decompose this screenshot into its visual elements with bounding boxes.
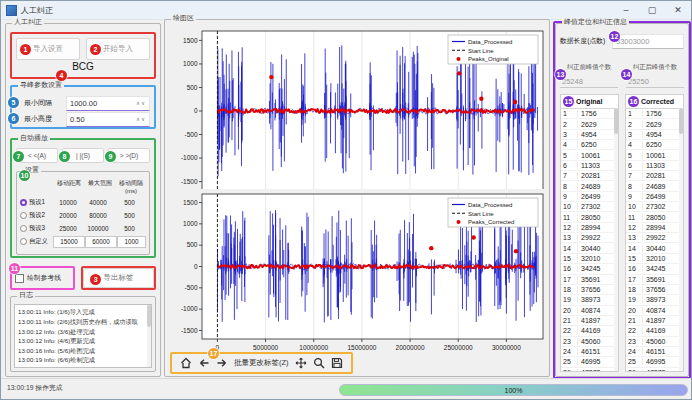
maximize-button[interactable]: ▢ <box>639 2 665 19</box>
table-row[interactable]: 824689 <box>626 181 683 191</box>
table-row[interactable]: 1430440 <box>561 243 618 253</box>
peak-params-group-label: 寻峰参数设置 <box>18 81 64 88</box>
corrected-table-scrollbar[interactable] <box>679 108 683 371</box>
table-row[interactable]: 22629 <box>561 119 618 129</box>
preset-radio[interactable] <box>20 225 27 232</box>
table-row[interactable]: 2040874 <box>626 306 683 316</box>
table-row[interactable]: 2647878 <box>626 368 683 371</box>
step-forward-button[interactable]: 9 > >(D) <box>108 148 150 163</box>
close-button[interactable]: ✕ <box>665 2 691 19</box>
table-row[interactable]: 926499 <box>561 192 618 202</box>
start-import-button[interactable]: 2 开始导入 <box>86 38 150 60</box>
corrected-peaks-table[interactable]: 16 Corrected 117562262934954462505100616… <box>625 94 684 372</box>
table-row[interactable]: 720281 <box>626 171 683 181</box>
table-row[interactable]: 2244169 <box>626 326 683 336</box>
table-row[interactable]: 926499 <box>626 192 683 202</box>
table-row[interactable]: 1228994 <box>626 223 683 233</box>
peak-value: 11303 <box>577 162 618 169</box>
minimize-button[interactable]: – <box>613 2 639 19</box>
chart-top[interactable]: -1500-1000-500050010001500Data_Processed… <box>168 26 548 189</box>
pan-cross-icon[interactable] <box>295 357 307 369</box>
chart-bottom[interactable]: -1500-1000-50005001000150005000000100000… <box>168 189 548 350</box>
back-arrow-icon[interactable] <box>198 357 210 369</box>
table-row[interactable]: 1128050 <box>561 212 618 222</box>
table-row[interactable]: 2244169 <box>561 326 618 336</box>
table-row[interactable]: 611303 <box>561 161 618 171</box>
table-row[interactable]: 1329922 <box>561 233 618 243</box>
preset-radio[interactable] <box>20 199 27 206</box>
table-row[interactable]: 2647878 <box>561 368 618 371</box>
batch-edit-labels-button[interactable]: 批量更改标签(Z) <box>234 358 289 368</box>
table-row[interactable]: 1938973 <box>561 295 618 305</box>
preset-value-input[interactable]: 60000 <box>85 236 117 248</box>
table-row[interactable]: 1128050 <box>626 212 683 222</box>
preset-row[interactable]: 预设325000100000500 <box>20 222 146 235</box>
table-row[interactable]: 1027302 <box>626 202 683 212</box>
table-row[interactable]: 2141897 <box>626 316 683 326</box>
original-peaks-table[interactable]: 15 Original 1175622629349544625051006161… <box>560 94 619 372</box>
preset-row[interactable]: 自定义15000600001000 <box>20 235 146 248</box>
home-icon[interactable] <box>180 357 192 369</box>
after-count-field[interactable]: 14 25250 <box>626 75 684 88</box>
table-row[interactable]: 2446151 <box>561 347 618 357</box>
table-row[interactable]: 34954 <box>561 130 618 140</box>
table-row[interactable]: 1634245 <box>626 264 683 274</box>
min-interval-input[interactable]: 1000.00 ∧∨ <box>66 96 150 111</box>
spinner-arrows-icon[interactable]: ∧∨ <box>136 100 146 106</box>
table-row[interactable]: 2141897 <box>561 316 618 326</box>
before-count-field[interactable]: 13 25248 <box>560 75 618 88</box>
table-row[interactable]: 1938973 <box>626 295 683 305</box>
import-settings-button[interactable]: 1 导入设置 <box>16 38 80 60</box>
table-row[interactable]: 2040874 <box>561 306 618 316</box>
magnifier-icon[interactable] <box>313 357 325 369</box>
preset-row[interactable]: 预设22000080000500 <box>20 209 146 222</box>
table-row[interactable]: 1430440 <box>626 243 683 253</box>
step-back-button[interactable]: 7 < <(A) <box>16 148 58 163</box>
before-count-label: 纠正前峰值个数 <box>560 63 618 72</box>
min-height-input[interactable]: 0.50 ∧∨ <box>66 112 150 127</box>
export-labels-button[interactable]: 3 导出标签 <box>83 268 154 288</box>
original-table-scrollbar[interactable] <box>614 108 618 371</box>
table-row[interactable]: 46250 <box>561 140 618 150</box>
table-row[interactable]: 34954 <box>626 130 683 140</box>
log-scrollbar[interactable] <box>147 305 151 367</box>
data-length-field[interactable]: 12 33003000 <box>612 34 684 49</box>
table-row[interactable]: 1228994 <box>561 223 618 233</box>
table-row[interactable]: 1735691 <box>626 275 683 285</box>
table-row[interactable]: 1329922 <box>626 233 683 243</box>
spinner-arrows-icon[interactable]: ∧∨ <box>136 116 146 122</box>
table-row[interactable]: 611303 <box>626 161 683 171</box>
table-row[interactable]: 46250 <box>626 140 683 150</box>
table-row[interactable]: 2546995 <box>561 357 618 367</box>
preset-radio[interactable] <box>20 238 27 245</box>
table-row[interactable]: 22629 <box>626 119 683 129</box>
col-move-interval: 移动间隔(ms) <box>116 179 146 194</box>
preset-row[interactable]: 预设11000040000500 <box>20 196 146 209</box>
table-row[interactable]: 2345060 <box>561 337 618 347</box>
log-output[interactable]: 13:00:11 Info: (1/6)导入完成13:00:11 Info: (… <box>14 304 152 368</box>
table-row[interactable]: 11756 <box>626 109 683 119</box>
preset-value-input[interactable]: 1000 <box>117 236 146 248</box>
table-row[interactable]: 510061 <box>626 150 683 160</box>
preset-radio[interactable] <box>20 212 27 219</box>
table-row[interactable]: 1837656 <box>561 285 618 295</box>
peak-value: 47878 <box>577 369 618 371</box>
pause-button[interactable]: 8 | |(S) <box>62 148 104 163</box>
table-row[interactable]: 2345060 <box>626 337 683 347</box>
table-row[interactable]: 1634245 <box>561 264 618 274</box>
table-row[interactable]: 11756 <box>561 109 618 119</box>
table-row[interactable]: 720281 <box>561 171 618 181</box>
table-row[interactable]: 1735691 <box>561 275 618 285</box>
preset-value-input[interactable]: 15000 <box>53 236 85 248</box>
reference-line-checkbox[interactable] <box>15 274 24 283</box>
table-row[interactable]: 1027302 <box>561 202 618 212</box>
table-row[interactable]: 1837656 <box>626 285 683 295</box>
table-row[interactable]: 1532010 <box>561 254 618 264</box>
table-row[interactable]: 2546995 <box>626 357 683 367</box>
table-row[interactable]: 2446151 <box>626 347 683 357</box>
table-row[interactable]: 824689 <box>561 181 618 191</box>
table-row[interactable]: 510061 <box>561 150 618 160</box>
forward-arrow-icon[interactable] <box>216 357 228 369</box>
table-row[interactable]: 1532010 <box>626 254 683 264</box>
floppy-disk-icon[interactable] <box>331 357 343 369</box>
